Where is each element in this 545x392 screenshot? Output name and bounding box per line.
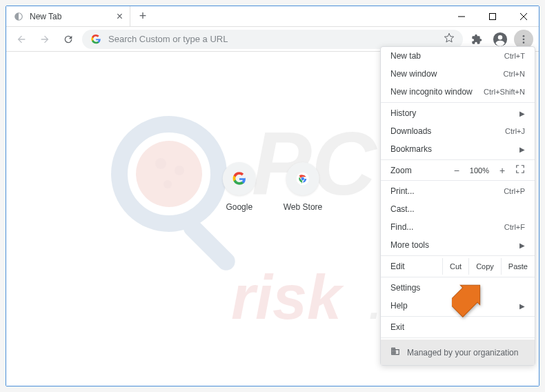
svg-point-13 bbox=[164, 180, 172, 188]
zoom-out-button[interactable]: − bbox=[450, 165, 463, 176]
close-button[interactable] bbox=[508, 6, 539, 27]
svg-point-10 bbox=[136, 141, 202, 207]
minimize-button[interactable] bbox=[446, 6, 477, 27]
shortcut-icon bbox=[286, 162, 319, 195]
svg-text:risk: risk bbox=[231, 263, 344, 332]
menu-label: New tab bbox=[390, 51, 421, 61]
menu-history[interactable]: History ▶ bbox=[381, 104, 535, 122]
svg-rect-14 bbox=[180, 215, 239, 275]
menu-bookmarks[interactable]: Bookmarks ▶ bbox=[381, 140, 535, 158]
forward-button[interactable] bbox=[35, 30, 54, 49]
menu-label: Zoom bbox=[390, 166, 412, 175]
menu-shortcut: Ctrl+T bbox=[504, 52, 525, 60]
menu-shortcut: Ctrl+N bbox=[504, 70, 525, 78]
reload-button[interactable] bbox=[59, 30, 78, 49]
search-provider-icon bbox=[90, 34, 101, 45]
menu-label: Edit bbox=[381, 257, 442, 275]
svg-point-6 bbox=[523, 35, 525, 37]
shortcut-google[interactable]: Google bbox=[223, 162, 256, 212]
menu-label: Help bbox=[390, 301, 408, 311]
fullscreen-icon[interactable] bbox=[515, 164, 525, 176]
copy-button[interactable]: Copy bbox=[468, 258, 501, 275]
organization-icon bbox=[390, 346, 400, 358]
svg-point-9 bbox=[119, 124, 219, 224]
menu-label: Cast... bbox=[390, 204, 415, 214]
svg-point-19 bbox=[301, 177, 305, 181]
menu-settings[interactable]: Settings bbox=[381, 279, 535, 297]
back-button[interactable] bbox=[12, 30, 31, 49]
menu-new-incognito[interactable]: New incognito window Ctrl+Shift+N bbox=[381, 83, 535, 101]
zoom-value: 100% bbox=[470, 166, 489, 175]
bookmark-star-icon[interactable] bbox=[444, 32, 455, 46]
menu-help[interactable]: Help ▶ bbox=[381, 297, 535, 315]
chevron-right-icon: ▶ bbox=[519, 302, 525, 310]
menu-downloads[interactable]: Downloads Ctrl+J bbox=[381, 122, 535, 140]
menu-cast[interactable]: Cast... bbox=[381, 200, 535, 218]
chevron-right-icon: ▶ bbox=[519, 146, 525, 153]
menu-exit[interactable]: Exit bbox=[381, 318, 535, 336]
svg-rect-1 bbox=[489, 13, 495, 19]
menu-print[interactable]: Print... Ctrl+P bbox=[381, 182, 535, 200]
menu-label: Find... bbox=[390, 222, 413, 232]
zoom-in-button[interactable]: + bbox=[496, 165, 508, 176]
paste-button[interactable]: Paste bbox=[501, 258, 535, 275]
new-tab-button[interactable]: + bbox=[133, 7, 152, 26]
svg-point-12 bbox=[175, 166, 184, 175]
shortcut-webstore[interactable]: Web Store bbox=[284, 162, 322, 212]
chevron-right-icon: ▶ bbox=[519, 110, 525, 117]
window-controls bbox=[446, 6, 539, 27]
cut-button[interactable]: Cut bbox=[442, 258, 468, 275]
tab-title: New Tab bbox=[30, 12, 111, 21]
menu-zoom: Zoom − 100% + bbox=[381, 161, 535, 179]
menu-shortcut: Ctrl+P bbox=[504, 187, 525, 195]
menu-label: Bookmarks bbox=[390, 144, 432, 154]
menu-label: New window bbox=[390, 69, 437, 79]
menu-label: Settings bbox=[390, 283, 420, 293]
managed-label: Managed by your organization bbox=[407, 348, 518, 357]
tab-close-icon[interactable]: × bbox=[117, 10, 123, 23]
svg-point-11 bbox=[155, 158, 166, 169]
chrome-menu: New tab Ctrl+T New window Ctrl+N New inc… bbox=[380, 46, 535, 366]
menu-find[interactable]: Find... Ctrl+F bbox=[381, 218, 535, 236]
menu-managed-by-org[interactable]: Managed by your organization bbox=[381, 340, 535, 365]
menu-new-tab[interactable]: New tab Ctrl+T bbox=[381, 47, 535, 65]
tab-favicon bbox=[13, 11, 24, 22]
menu-shortcut: Ctrl+Shift+N bbox=[484, 88, 525, 96]
menu-more-tools[interactable]: More tools ▶ bbox=[381, 236, 535, 254]
menu-new-window[interactable]: New window Ctrl+N bbox=[381, 65, 535, 83]
svg-point-8 bbox=[523, 41, 525, 43]
menu-label: Print... bbox=[390, 186, 415, 196]
menu-shortcut: Ctrl+F bbox=[504, 223, 525, 231]
titlebar: New Tab × + bbox=[6, 6, 539, 27]
shortcut-icon bbox=[223, 162, 256, 195]
chevron-right-icon: ▶ bbox=[519, 242, 525, 249]
maximize-button[interactable] bbox=[477, 6, 508, 27]
svg-point-5 bbox=[498, 35, 502, 39]
menu-label: More tools bbox=[390, 240, 429, 250]
svg-point-7 bbox=[523, 38, 525, 40]
shortcut-label: Google bbox=[226, 202, 252, 212]
menu-label: Downloads bbox=[390, 126, 431, 136]
omnibox-placeholder: Search Custom or type a URL bbox=[108, 34, 437, 44]
menu-shortcut: Ctrl+J bbox=[505, 127, 525, 135]
menu-label: History bbox=[390, 108, 416, 118]
shortcut-label: Web Store bbox=[284, 202, 322, 212]
browser-tab[interactable]: New Tab × bbox=[6, 6, 130, 26]
menu-label: Exit bbox=[390, 322, 404, 332]
menu-edit-row: Edit Cut Copy Paste bbox=[381, 257, 535, 275]
shortcuts-row: Google Web Store bbox=[223, 162, 322, 212]
menu-label: New incognito window bbox=[390, 87, 473, 97]
